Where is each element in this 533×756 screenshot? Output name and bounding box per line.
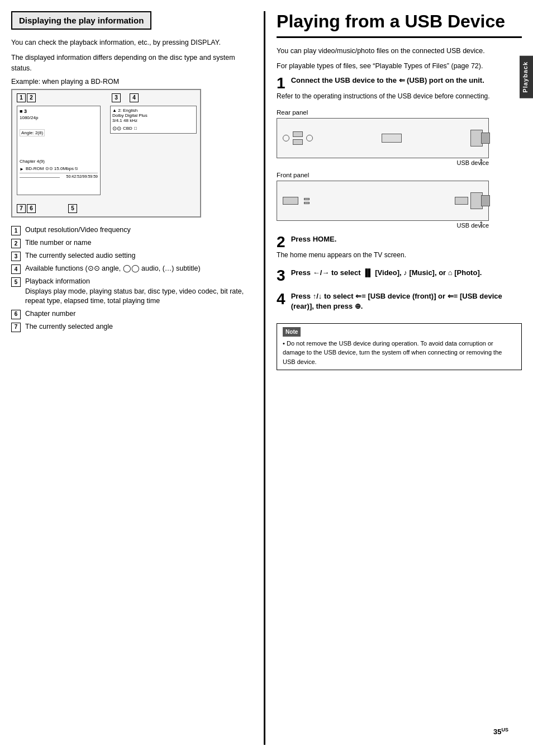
section-title: Displaying the play information — [11, 11, 151, 30]
list-item-5: 5 Playback information Displays play mod… — [11, 277, 253, 306]
list-item-6: 6 Chapter number — [11, 309, 253, 319]
list-item-5-text: Playback information Displays play mode,… — [25, 277, 253, 306]
step-2-body: The home menu appears on the TV screen. — [277, 250, 522, 260]
step-3-header: Press ←/→ to select ▐▌ [Video], ♪ [Music… — [291, 268, 522, 278]
list-item-3: 3 The currently selected audio setting — [11, 251, 253, 261]
left-body1: You can check the playback information, … — [11, 37, 253, 48]
rear-panel-label: Rear panel — [277, 109, 522, 116]
num-badge-3: 3 — [11, 252, 21, 261]
rear-mid-rect — [382, 134, 402, 143]
front-right-rect — [455, 197, 468, 205]
badge-6: 6 — [27, 204, 36, 213]
list-item-2-text: Title number or name — [25, 238, 91, 248]
step-4-header: Press ↑/↓ to select ⇐≡ [USB device (fron… — [291, 291, 522, 311]
usb-slot-rear — [470, 130, 483, 147]
front-rect-1 — [283, 197, 298, 205]
step-3-number: 3 — [277, 268, 285, 284]
badge-3: 3 — [112, 93, 121, 102]
front-usb-group — [470, 192, 483, 209]
playback-info-list: 1 Output resolution/Video frequency 2 Ti… — [11, 225, 253, 332]
step-1: 1 Connect the USB device to the ⇐ (USB) … — [277, 75, 522, 101]
num-badge-1: 1 — [11, 226, 21, 235]
note-box: Note • Do not remove the USB device duri… — [277, 323, 522, 371]
list-item-2: 2 Title number or name — [11, 238, 253, 248]
rear-usb-device-label: USB device — [277, 159, 489, 166]
step-3: 3 Press ←/→ to select ▐▌ [Video], ♪ [Mus… — [277, 268, 522, 284]
left-column: Displaying the play information You can … — [11, 11, 264, 745]
badge-7: 7 — [17, 204, 26, 213]
rear-panel-elements — [277, 119, 488, 158]
step-2: 2 Press HOME. The home menu appears on t… — [277, 234, 522, 260]
note-label: Note — [283, 327, 301, 337]
port-circle-1 — [283, 135, 289, 141]
right-column: Playback Playing from a USB Device You c… — [264, 11, 522, 745]
left-body2: The displayed information differs depend… — [11, 53, 253, 74]
usb-plug-front — [481, 195, 490, 206]
badge-4: 4 — [130, 93, 139, 102]
num-badge-6: 6 — [11, 310, 21, 319]
display-top-left: ■ 3 1080/24p Angle: 2(8) Chapter 4(9) ► … — [17, 106, 101, 195]
port-circle-2 — [306, 135, 313, 141]
list-item-3-text: The currently selected audio setting — [25, 251, 135, 261]
bd-display-diagram: 1 2 3 4 7 6 5 ■ 3 1080/24p Angle: 2(8) C… — [11, 89, 201, 218]
usb-slot-front — [470, 192, 483, 209]
list-item-1: 1 Output resolution/Video frequency — [11, 225, 253, 235]
playback-sidebar-tab: Playback — [520, 56, 533, 98]
front-port-sm-1 — [304, 198, 310, 200]
port-rect-1 — [293, 131, 303, 137]
front-panel-label: Front panel — [277, 172, 522, 178]
list-item-6-text: Chapter number — [25, 309, 75, 319]
front-port-sm-2 — [304, 202, 310, 204]
page-number: 35US — [493, 727, 508, 736]
main-title: Playing from a USB Device — [277, 11, 522, 38]
usb-arrow-rear: ↑ — [478, 155, 484, 168]
rear-right-group — [470, 130, 483, 147]
step-2-number: 2 — [277, 234, 285, 250]
list-item-4-text: Available functions (⊙⊙ angle, ◯◯ audio,… — [25, 264, 201, 274]
right-body2: For playable types of files, see “Playab… — [277, 61, 522, 72]
step-2-header: Press HOME. — [291, 234, 522, 244]
front-usb-device-label: USB device — [277, 222, 489, 229]
step-1-body: Refer to the operating instructions of t… — [277, 91, 522, 101]
num-badge-5: 5 — [11, 277, 21, 287]
rear-middle-group — [382, 134, 402, 143]
port-rect-2 — [293, 139, 303, 145]
front-panel-elements — [277, 181, 488, 220]
num-badge-7: 7 — [11, 323, 21, 332]
list-item-4: 4 Available functions (⊙⊙ angle, ◯◯ audi… — [11, 264, 253, 274]
front-small-ports — [304, 198, 310, 204]
front-left-ports — [283, 197, 310, 205]
display-top-right: ▲ 2: English Dolby Digital Plus 3/4.1 48… — [110, 106, 197, 134]
list-item-7-text: The currently selected angle — [25, 322, 113, 332]
list-item-1-text: Output resolution/Video frequency — [25, 225, 131, 235]
rear-left-ports — [283, 131, 313, 145]
badge-1: 1 — [17, 93, 26, 102]
step-1-header: Connect the USB device to the ⇐ (USB) po… — [291, 75, 522, 86]
rear-panel-diagram: ↑ — [277, 118, 489, 158]
list-item-7: 7 The currently selected angle — [11, 322, 253, 332]
step-1-number: 1 — [277, 75, 285, 91]
num-badge-2: 2 — [11, 239, 21, 248]
usb-arrow-front: ↑ — [478, 218, 484, 230]
note-text: • Do not remove the USB device during op… — [283, 339, 516, 367]
front-right-group — [455, 192, 483, 209]
step-4-number: 4 — [277, 291, 285, 307]
example-label: Example: when playing a BD-ROM — [11, 78, 253, 86]
badge-5: 5 — [68, 204, 77, 213]
badge-2: 2 — [27, 93, 36, 102]
step-4: 4 Press ↑/↓ to select ⇐≡ [USB device (fr… — [277, 291, 522, 315]
front-panel-diagram: ↑ — [277, 181, 489, 221]
right-body1: You can play video/music/photo files on … — [277, 46, 522, 56]
usb-plug-rear — [481, 133, 490, 144]
num-badge-4: 4 — [11, 264, 21, 274]
